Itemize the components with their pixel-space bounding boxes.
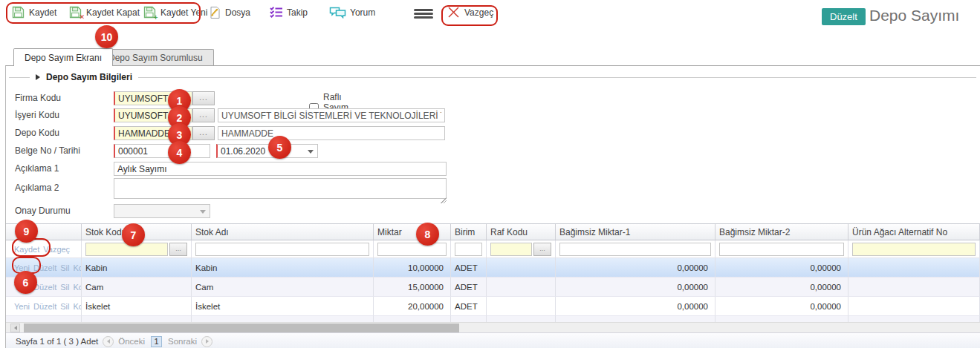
table-row[interactable]: Yeni Düzelt Sil Kopya Cam Cam 15,00000 A…	[6, 278, 980, 297]
aciklama2-textarea[interactable]	[114, 178, 447, 199]
row-kaydet-link[interactable]: Kaydet	[14, 245, 39, 254]
vazgec-button[interactable]: Vazgeç	[447, 6, 493, 19]
cell-bagimsiz2: 0,00000	[715, 297, 848, 316]
filter-bagimsiz2-cell	[715, 240, 848, 258]
yorum-button[interactable]: Yorum	[329, 6, 375, 19]
cell-bagimsiz1: 0,00000	[556, 297, 715, 316]
save-floppy-icon	[12, 6, 25, 19]
filter-stok-adi-input[interactable]	[195, 243, 369, 256]
cell-stok-kodu: İskelet	[82, 297, 192, 316]
row-vazgec-link[interactable]: Vazgeç	[43, 245, 70, 254]
annotation-balloon-7: 7	[122, 223, 145, 246]
belge-tarihi-input[interactable]	[216, 144, 318, 158]
kopya-link[interactable]: Kopya	[73, 302, 82, 311]
sil-link[interactable]: Sil	[60, 283, 69, 292]
pager-next-label[interactable]: Sonraki	[168, 337, 197, 346]
pager-prev-label[interactable]: Önceki	[118, 337, 145, 346]
takip-button[interactable]: Takip	[270, 6, 308, 19]
cell-stok-kodu: Kabin	[82, 258, 192, 278]
filter-urun-agaci-cell	[848, 240, 980, 258]
isyeri-adi-readonly	[218, 108, 445, 122]
filter-bagimsiz1-input[interactable]	[559, 243, 711, 256]
dosya-label: Dosya	[225, 7, 250, 18]
col-header-stok-adi[interactable]: Stok Adı	[192, 224, 374, 240]
aciklama1-label: Açıklama 1	[15, 163, 108, 174]
cell-raf-kodu	[487, 297, 556, 316]
cell-stok-adi: Cam	[192, 278, 374, 297]
belge-no-tarihi-label: Belge No / Tarihi	[15, 145, 108, 156]
sil-link[interactable]: Sil	[60, 263, 69, 272]
col-header-urun-agaci-alternatif-no[interactable]: Ürün Ağacı Alternatif No	[848, 224, 980, 240]
save-close-floppy-icon: ✕	[69, 6, 82, 19]
col-header-raf-kodu[interactable]: Raf Kodu	[487, 224, 556, 240]
scrollbar-thumb[interactable]	[24, 324, 459, 332]
pager-prev-icon[interactable]	[103, 336, 114, 347]
filter-raf-kodu-input[interactable]	[490, 243, 532, 256]
section-arrow-icon[interactable]	[36, 74, 40, 80]
duzelt-link[interactable]: Düzelt	[33, 263, 56, 272]
save-new-floppy-icon: ＋	[143, 6, 157, 19]
isyeri-kodu-label: İşyeri Kodu	[15, 110, 108, 120]
cancel-x-icon	[447, 6, 461, 19]
grid-edit-row: Kaydet Vazgeç ... ...	[6, 240, 980, 258]
firma-kodu-label: Firma Kodu	[15, 93, 108, 103]
firma-kodu-lookup-button[interactable]: ...	[192, 91, 215, 105]
kopya-link[interactable]: Kopya	[73, 283, 82, 292]
annotation-balloon-5: 5	[268, 136, 291, 159]
cell-miktar: 15,00000	[374, 278, 451, 297]
kaydet-yeni-button[interactable]: ＋ Kaydet Yeni	[143, 6, 207, 19]
comment-bubbles-icon	[329, 6, 346, 19]
filter-urun-agaci-input[interactable]	[852, 243, 976, 256]
cell-birim: ADET	[451, 258, 487, 278]
sil-link[interactable]: Sil	[60, 302, 69, 311]
tab-depo-sayim-sorumlusu[interactable]: Depo Sayım Sorumlusu	[97, 49, 214, 65]
filter-miktar-input[interactable]	[377, 243, 447, 256]
filter-stok-adi-cell	[192, 240, 374, 258]
onay-durumu-label: Onay Durumu	[15, 206, 108, 216]
kaydet-kapat-label: Kaydet Kapat	[86, 7, 140, 18]
plus-badge-icon: ＋	[152, 14, 159, 21]
scroll-left-arrow-icon[interactable]	[10, 324, 20, 332]
cell-raf-kodu	[487, 278, 556, 297]
onay-durumu-select[interactable]	[114, 204, 210, 218]
cell-urun-agaci	[848, 258, 980, 278]
annotation-balloon-4: 4	[168, 141, 191, 164]
isyeri-kodu-lookup-button[interactable]: ...	[192, 108, 215, 122]
cell-bagimsiz2: 0,00000	[715, 278, 848, 297]
col-header-birim[interactable]: Birim	[451, 224, 487, 240]
col-header-bagimsiz-miktar-1[interactable]: Bağimsiz Miktar-1	[556, 224, 715, 240]
dosya-button[interactable]: Dosya	[208, 6, 250, 19]
annotation-balloon-6: 6	[14, 271, 37, 294]
grid-header-row: Stok Kodu Stok Adı Miktar Birim Raf Kodu…	[6, 224, 980, 240]
table-row[interactable]: Yeni Düzelt Sil Kopya İskelet İskelet 20…	[6, 297, 980, 316]
horizontal-scrollbar[interactable]	[6, 322, 980, 333]
duzelt-mode-badge[interactable]: Düzelt	[822, 8, 866, 25]
pager-info: Sayfa 1 of 1 ( 3 ) Adet	[16, 337, 98, 346]
col-header-bagimsiz-miktar-2[interactable]: Bağimsiz Miktar-2	[715, 224, 848, 240]
filter-birim-input[interactable]	[455, 243, 482, 256]
filter-stok-kodu-lookup-button[interactable]: ...	[169, 243, 187, 256]
aciklama2-label: Açıklama 2	[15, 183, 108, 193]
tab-depo-sayim-ekrani[interactable]: Depo Sayım Ekranı	[13, 48, 113, 66]
col-header-miktar[interactable]: Miktar	[374, 224, 451, 240]
aciklama1-input[interactable]	[114, 162, 447, 176]
table-row[interactable]: Yeni Düzelt Sil Kopya Kabin Kabin 10,000…	[6, 258, 980, 278]
kaydet-kapat-button[interactable]: ✕ Kaydet Kapat	[69, 6, 140, 19]
pager-next-icon[interactable]	[201, 336, 212, 347]
cell-urun-agaci	[848, 297, 980, 316]
menu-hamburger-icon[interactable]	[414, 9, 433, 19]
kopya-link[interactable]: Kopya	[73, 263, 82, 272]
filter-raf-kodu-lookup-button[interactable]: ...	[533, 243, 551, 256]
yeni-link[interactable]: Yeni	[14, 302, 30, 311]
pager-current-page[interactable]: 1	[151, 336, 162, 347]
page-title: Depo Sayımı	[869, 7, 959, 24]
filter-raf-kodu-cell: ...	[487, 240, 556, 258]
kaydet-button[interactable]: Kaydet	[12, 6, 56, 19]
belge-no-input[interactable]	[114, 144, 210, 158]
annotation-balloon-9: 9	[15, 220, 38, 243]
depo-kodu-lookup-button[interactable]: ...	[192, 126, 215, 140]
duzelt-link[interactable]: Düzelt	[33, 302, 56, 311]
stok-grid: Stok Kodu Stok Adı Miktar Birim Raf Kodu…	[6, 223, 980, 324]
filter-bagimsiz2-input[interactable]	[719, 243, 844, 256]
edit-row-actions: Kaydet Vazgeç	[6, 240, 82, 258]
